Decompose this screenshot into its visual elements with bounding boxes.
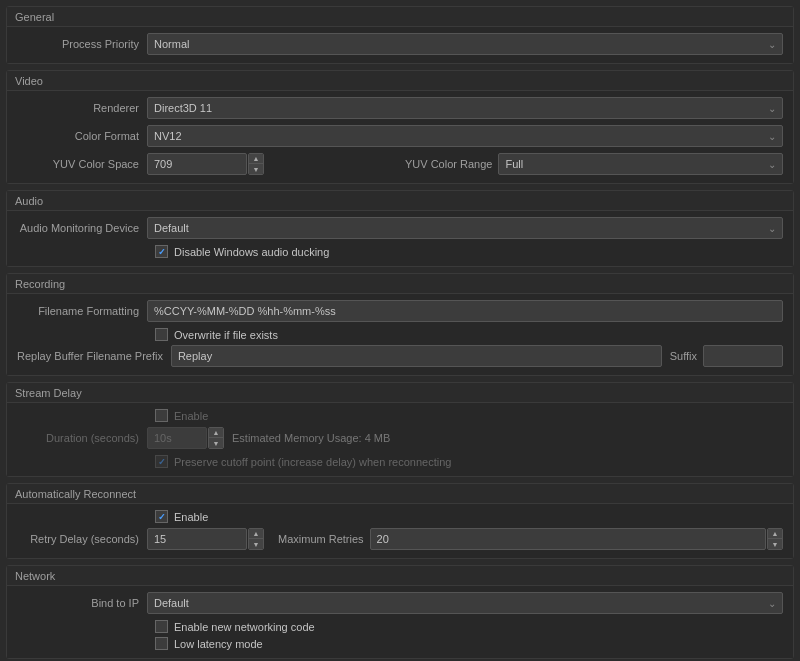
disable-ducking-label: Disable Windows audio ducking — [174, 246, 329, 258]
max-retries-input[interactable]: 20 — [370, 528, 766, 550]
disable-ducking-checkbox[interactable] — [155, 245, 168, 258]
color-format-label: Color Format — [17, 130, 147, 142]
audio-monitoring-row: Audio Monitoring Device Default ⌄ — [17, 217, 783, 239]
yuv-row: YUV Color Space 709 ▲ ▼ YUV Color Range … — [17, 153, 783, 175]
yuv-range-value: Full — [505, 158, 523, 170]
yuv-range-label: YUV Color Range — [405, 158, 492, 170]
video-title: Video — [7, 71, 793, 90]
overwrite-label: Overwrite if file exists — [174, 329, 278, 341]
renderer-arrow: ⌄ — [768, 103, 776, 114]
color-format-value: NV12 — [154, 130, 182, 142]
retry-row: Retry Delay (seconds) 15 ▲ ▼ Maximum Ret… — [17, 528, 783, 550]
yuv-space-down[interactable]: ▼ — [249, 164, 263, 174]
replay-prefix-value: Replay — [178, 350, 212, 362]
bind-ip-row: Bind to IP Default ⌄ — [17, 592, 783, 614]
auto-reconnect-enable-row: Enable — [17, 510, 783, 523]
suffix-label: Suffix — [670, 350, 697, 362]
preserve-cutoff-checkbox[interactable] — [155, 455, 168, 468]
filename-value: %CCYY-%MM-%DD %hh-%mm-%ss — [154, 305, 336, 317]
low-latency-label: Low latency mode — [174, 638, 263, 650]
audio-monitoring-arrow: ⌄ — [768, 223, 776, 234]
auto-reconnect-enable-checkbox[interactable] — [155, 510, 168, 523]
color-format-row: Color Format NV12 ⌄ — [17, 125, 783, 147]
color-format-arrow: ⌄ — [768, 131, 776, 142]
yuv-range-combo[interactable]: Full ⌄ — [498, 153, 783, 175]
stream-delay-down[interactable]: ▼ — [209, 438, 223, 448]
yuv-space-input[interactable]: 709 — [147, 153, 247, 175]
stream-delay-enable-row: Enable — [17, 409, 783, 422]
audio-monitoring-combo[interactable]: Default ⌄ — [147, 217, 783, 239]
max-retries-down[interactable]: ▼ — [768, 539, 782, 549]
bind-ip-combo[interactable]: Default ⌄ — [147, 592, 783, 614]
renderer-row: Renderer Direct3D 11 ⌄ — [17, 97, 783, 119]
yuv-space-container: YUV Color Space 709 ▲ ▼ — [17, 153, 395, 175]
replay-prefix-input[interactable]: Replay — [171, 345, 662, 367]
stream-delay-duration-value: 10s — [154, 432, 172, 444]
recording-section: Recording Filename Formatting %CCYY-%MM-… — [6, 273, 794, 376]
retry-delay-input[interactable]: 15 — [147, 528, 247, 550]
suffix-input[interactable] — [703, 345, 783, 367]
yuv-range-arrow: ⌄ — [768, 159, 776, 170]
yuv-space-spinners[interactable]: ▲ ▼ — [248, 153, 264, 175]
yuv-range-container: YUV Color Range Full ⌄ — [405, 153, 783, 175]
stream-delay-enable-checkbox[interactable] — [155, 409, 168, 422]
audio-monitoring-label: Audio Monitoring Device — [17, 222, 147, 234]
renderer-combo[interactable]: Direct3D 11 ⌄ — [147, 97, 783, 119]
stream-delay-enable-label: Enable — [174, 410, 208, 422]
yuv-space-value: 709 — [154, 158, 172, 170]
overwrite-checkbox[interactable] — [155, 328, 168, 341]
process-priority-value: Normal — [154, 38, 189, 50]
max-retries-value: 20 — [377, 533, 389, 545]
network-title: Network — [7, 566, 793, 585]
retry-delay-spinners[interactable]: ▲ ▼ — [248, 528, 264, 550]
stream-delay-duration-label: Duration (seconds) — [17, 432, 147, 444]
retry-delay-value: 15 — [154, 533, 166, 545]
auto-reconnect-section: Automatically Reconnect Enable Retry Del… — [6, 483, 794, 559]
recording-title: Recording — [7, 274, 793, 293]
process-priority-arrow: ⌄ — [768, 39, 776, 50]
color-format-combo[interactable]: NV12 ⌄ — [147, 125, 783, 147]
replay-prefix-label: Replay Buffer Filename Prefix — [17, 350, 171, 362]
process-priority-label: Process Priority — [17, 38, 147, 50]
overwrite-row: Overwrite if file exists — [17, 328, 783, 341]
bind-ip-value: Default — [154, 597, 189, 609]
low-latency-checkbox[interactable] — [155, 637, 168, 650]
stream-delay-duration-row: Duration (seconds) 10s ▲ ▼ Estimated Mem… — [17, 427, 783, 449]
stream-delay-up[interactable]: ▲ — [209, 428, 223, 438]
yuv-space-label: YUV Color Space — [17, 158, 147, 170]
bind-ip-arrow: ⌄ — [768, 598, 776, 609]
max-retries-up[interactable]: ▲ — [768, 529, 782, 539]
replay-prefix-row: Replay Buffer Filename Prefix Replay Suf… — [17, 345, 783, 367]
low-latency-row: Low latency mode — [17, 637, 783, 650]
auto-reconnect-title: Automatically Reconnect — [7, 484, 793, 503]
yuv-space-up[interactable]: ▲ — [249, 154, 263, 164]
new-networking-label: Enable new networking code — [174, 621, 315, 633]
renderer-value: Direct3D 11 — [154, 102, 212, 114]
stream-delay-spinners[interactable]: ▲ ▼ — [208, 427, 224, 449]
filename-label: Filename Formatting — [17, 305, 147, 317]
network-section: Network Bind to IP Default ⌄ Enable new … — [6, 565, 794, 659]
stream-delay-duration-input[interactable]: 10s — [147, 427, 207, 449]
filename-row: Filename Formatting %CCYY-%MM-%DD %hh-%m… — [17, 300, 783, 322]
max-retries-spinners[interactable]: ▲ ▼ — [767, 528, 783, 550]
preserve-cutoff-row: Preserve cutoff point (increase delay) w… — [17, 455, 783, 468]
audio-section: Audio Audio Monitoring Device Default ⌄ … — [6, 190, 794, 267]
retry-delay-down[interactable]: ▼ — [249, 539, 263, 549]
bind-ip-label: Bind to IP — [17, 597, 147, 609]
retry-delay-up[interactable]: ▲ — [249, 529, 263, 539]
estimated-memory-text: Estimated Memory Usage: 4 MB — [232, 432, 390, 444]
stream-delay-title: Stream Delay — [7, 383, 793, 402]
stream-delay-section: Stream Delay Enable Duration (seconds) 1… — [6, 382, 794, 477]
new-networking-row: Enable new networking code — [17, 620, 783, 633]
general-title: General — [7, 7, 793, 26]
new-networking-checkbox[interactable] — [155, 620, 168, 633]
preserve-cutoff-label: Preserve cutoff point (increase delay) w… — [174, 456, 451, 468]
renderer-label: Renderer — [17, 102, 147, 114]
audio-monitoring-value: Default — [154, 222, 189, 234]
filename-input[interactable]: %CCYY-%MM-%DD %hh-%mm-%ss — [147, 300, 783, 322]
process-priority-combo[interactable]: Normal ⌄ — [147, 33, 783, 55]
audio-title: Audio — [7, 191, 793, 210]
video-section: Video Renderer Direct3D 11 ⌄ Color Forma… — [6, 70, 794, 184]
disable-ducking-row: Disable Windows audio ducking — [17, 245, 783, 258]
process-priority-row: Process Priority Normal ⌄ — [17, 33, 783, 55]
